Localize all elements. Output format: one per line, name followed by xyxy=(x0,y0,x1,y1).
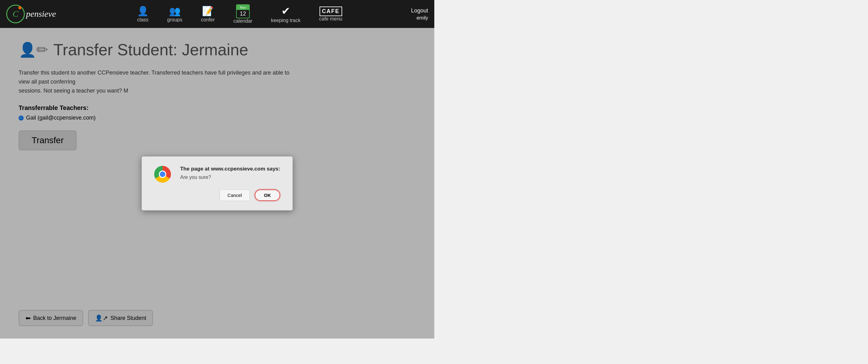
calendar-month: Nov xyxy=(237,5,249,10)
keeping-track-icon: ✔ xyxy=(281,5,290,17)
dialog-buttons: Cancel OK xyxy=(180,190,280,201)
chrome-logo xyxy=(154,166,171,183)
username: emily xyxy=(416,15,428,21)
groups-label: groups xyxy=(167,17,182,23)
class-icon: 👤 xyxy=(137,6,149,17)
keeping-track-label: keeping track xyxy=(271,18,301,23)
logo-dot xyxy=(18,6,22,9)
nav-bar: C pensieve 👤 class 👥 groups 📝 confer Nov… xyxy=(0,0,434,28)
logo-text: pensieve xyxy=(26,9,56,19)
logo[interactable]: C pensieve xyxy=(6,5,56,23)
confer-label: confer xyxy=(201,17,215,23)
dialog-inner: The page at www.ccpensieve.com says: Are… xyxy=(154,166,280,201)
cafe-icon: CAFE xyxy=(319,6,342,16)
dialog: The page at www.ccpensieve.com says: Are… xyxy=(142,156,293,211)
dialog-ok-button[interactable]: OK xyxy=(255,190,280,201)
dialog-header: The page at www.ccpensieve.com says: xyxy=(180,166,280,172)
chrome-inner xyxy=(159,170,166,178)
confer-icon: 📝 xyxy=(202,6,213,17)
calendar-icon: Nov 12 xyxy=(236,4,250,18)
groups-icon: 👥 xyxy=(169,6,181,17)
nav-keeping-track[interactable]: ✔ keeping track xyxy=(271,5,301,23)
calendar-label: calendar xyxy=(233,18,252,24)
calendar-day: 12 xyxy=(238,10,248,18)
logo-circle: C xyxy=(6,5,25,23)
nav-confer[interactable]: 📝 confer xyxy=(201,6,215,23)
logo-c: C xyxy=(13,9,19,19)
cafe-menu-label: cafe menu xyxy=(319,16,342,22)
dialog-content: The page at www.ccpensieve.com says: Are… xyxy=(180,166,280,201)
logout-button[interactable]: Logout xyxy=(411,7,428,14)
nav-groups[interactable]: 👥 groups xyxy=(167,6,182,23)
chrome-logo-col xyxy=(154,166,171,183)
nav-cafe-menu[interactable]: CAFE cafe menu xyxy=(319,6,342,22)
page-content: 👤✏ Transfer Student: Jermaine Transfer t… xyxy=(0,28,434,339)
nav-class[interactable]: 👤 class xyxy=(137,6,149,23)
class-label: class xyxy=(137,17,148,23)
nav-items: 👤 class 👥 groups 📝 confer Nov 12 calenda… xyxy=(68,4,411,24)
dialog-cancel-button[interactable]: Cancel xyxy=(220,190,250,201)
dialog-overlay: The page at www.ccpensieve.com says: Are… xyxy=(0,28,434,339)
nav-right: Logout emily xyxy=(411,7,428,21)
dialog-body: Are you sure? xyxy=(180,174,280,180)
nav-calendar[interactable]: Nov 12 calendar xyxy=(233,4,252,24)
